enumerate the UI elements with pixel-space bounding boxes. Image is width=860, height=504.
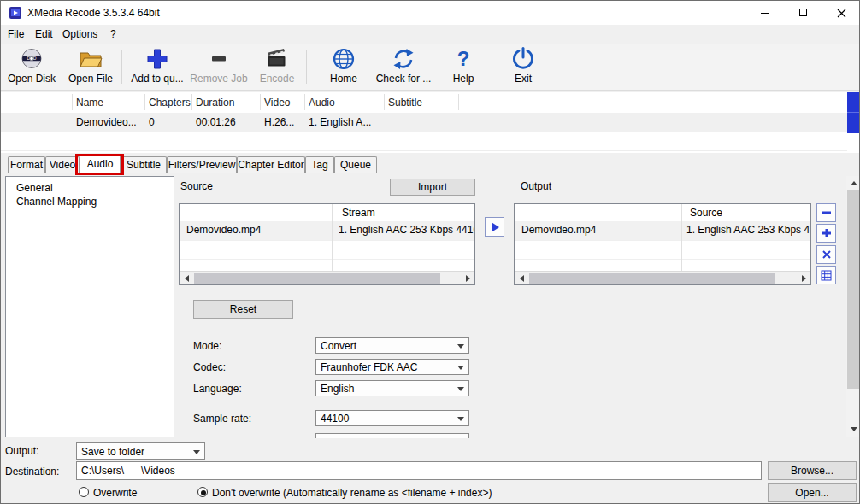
open-file-button[interactable]: Open File — [63, 47, 118, 88]
help-label: Help — [440, 73, 486, 85]
job-row[interactable]: Demovideo... 0 00:01:26 H.26... 1. Engli… — [1, 113, 847, 132]
column-divider — [384, 94, 385, 110]
channels-select-partial[interactable] — [315, 433, 469, 438]
output-properties-button[interactable] — [816, 266, 836, 284]
menu-file[interactable]: File — [4, 25, 27, 44]
job-col-name[interactable]: Name — [76, 97, 103, 108]
transfer-stream-button[interactable] — [485, 217, 504, 237]
scroll-thumb[interactable] — [529, 273, 775, 284]
sidebar-item-channel-mapping[interactable]: Channel Mapping — [6, 195, 174, 208]
sidebar-item-label: Channel Mapping — [16, 196, 97, 208]
source-stream-row[interactable]: Demovideo.mp4 1. English AAC 253 Kbps 44… — [180, 221, 474, 240]
job-list-scrollbar[interactable] — [847, 92, 860, 133]
sidebar-item-label: General — [16, 182, 53, 194]
close-button[interactable] — [822, 1, 860, 25]
language-select[interactable]: English — [315, 380, 469, 396]
tab-queue[interactable]: Queue — [334, 156, 377, 173]
mode-select[interactable]: Convert — [315, 337, 469, 354]
job-col-subtitle[interactable]: Subtitle — [388, 97, 422, 108]
add-to-queue-label: Add to qu... — [126, 73, 189, 85]
scroll-right-button[interactable] — [797, 272, 810, 284]
destination-input[interactable] — [76, 461, 762, 480]
close-icon — [837, 9, 846, 18]
scroll-right-button[interactable] — [461, 272, 474, 284]
output-label: Output: — [5, 445, 38, 457]
mode-value: Convert — [321, 340, 356, 352]
tab-label: Filters/Preview — [168, 157, 236, 173]
toolbar-separator — [121, 50, 122, 84]
check-update-sync-icon — [370, 47, 437, 73]
open-disk-button[interactable]: DVD Open Disk — [4, 47, 59, 88]
exit-button[interactable]: Exit — [498, 47, 548, 88]
encode-clapper-icon — [251, 47, 303, 73]
output-hscrollbar[interactable] — [515, 271, 810, 284]
source-table: Demovideo.mp4 1. English AAC 253 Kbps 44… — [179, 203, 475, 285]
output-col-source[interactable]: Source — [690, 207, 722, 219]
tab-tag[interactable]: Tag — [305, 156, 334, 173]
row-divider — [1, 150, 847, 151]
job-col-video[interactable]: Video — [264, 97, 290, 108]
output-remove-button[interactable] — [816, 203, 836, 222]
output-mode-select[interactable]: Save to folder — [76, 442, 205, 460]
arrow-right-icon — [802, 275, 806, 282]
tab-label: Video — [46, 157, 79, 173]
tab-video[interactable]: Video — [45, 156, 80, 173]
menu-options[interactable]: Options — [59, 25, 101, 44]
add-to-queue-button[interactable]: Add to qu... — [126, 47, 189, 88]
exit-label: Exit — [498, 73, 548, 85]
xmedia-recode-window: XMedia Recode 3.5.3.4 64bit File Edit Op… — [0, 0, 860, 504]
check-for-updates-button[interactable]: Check for ... — [370, 47, 437, 88]
sample-rate-value: 44100 — [321, 413, 349, 425]
tab-filters-preview[interactable]: Filters/Preview — [167, 156, 237, 173]
browse-button[interactable]: Browse... — [768, 461, 857, 480]
menu-help[interactable]: ? — [107, 25, 120, 44]
arrow-down-icon — [851, 427, 857, 431]
job-cell-audio: 1. English A... — [309, 116, 371, 128]
scroll-up-button[interactable] — [846, 176, 859, 190]
scroll-left-button[interactable] — [180, 272, 193, 284]
source-hscrollbar[interactable] — [180, 271, 474, 284]
scroll-down-button[interactable] — [846, 422, 859, 437]
output-clear-button[interactable] — [816, 245, 836, 264]
dont-overwrite-radio[interactable] — [197, 487, 208, 497]
maximize-button[interactable] — [784, 1, 822, 25]
output-add-button[interactable] — [816, 224, 836, 243]
codec-select[interactable]: Fraunhofer FDK AAC — [315, 359, 469, 375]
sample-rate-select[interactable]: 44100 — [315, 410, 469, 426]
job-col-audio[interactable]: Audio — [309, 97, 335, 108]
language-label: Language: — [193, 383, 242, 395]
import-button[interactable]: Import — [390, 179, 475, 196]
arrow-up-icon — [851, 181, 857, 185]
tab-subtitle[interactable]: Subtitle — [121, 156, 167, 173]
chevron-down-icon — [457, 366, 464, 370]
home-button[interactable]: Home — [319, 47, 368, 88]
source-col-stream[interactable]: Stream — [342, 207, 375, 219]
content-vscrollbar[interactable] — [846, 176, 859, 437]
audio-tab-highlight-box — [75, 154, 124, 175]
remove-job-button[interactable]: Remove Job — [188, 47, 250, 88]
arrow-right-icon — [466, 275, 470, 282]
row-divider — [180, 259, 474, 260]
open-button[interactable]: Open... — [768, 483, 857, 502]
source-title: Source — [180, 180, 213, 192]
column-divider — [191, 94, 192, 110]
encode-button[interactable]: Encode — [251, 47, 303, 88]
minimize-button[interactable] — [745, 1, 784, 25]
tab-label: Format — [9, 157, 44, 173]
arrow-left-icon — [185, 275, 189, 282]
help-button[interactable]: ? Help — [440, 47, 486, 88]
job-col-chapters[interactable]: Chapters — [149, 97, 191, 108]
scroll-left-button[interactable] — [515, 272, 528, 284]
reset-button[interactable]: Reset — [193, 300, 293, 319]
scroll-thumb[interactable] — [194, 273, 440, 284]
tab-chapter-editor[interactable]: Chapter Editor — [237, 156, 305, 173]
menu-edit[interactable]: Edit — [32, 25, 56, 44]
tab-format[interactable]: Format — [8, 156, 45, 173]
output-stream-row[interactable]: Demovideo.mp4 1. English AAC 253 Kbps 44 — [515, 221, 810, 240]
overwrite-radio[interactable] — [79, 487, 89, 497]
grid-icon — [821, 270, 832, 281]
scroll-thumb[interactable] — [847, 190, 859, 389]
job-col-duration[interactable]: Duration — [196, 97, 234, 108]
sidebar-item-general[interactable]: General — [6, 181, 174, 195]
job-cell-duration: 00:01:26 — [196, 116, 236, 128]
